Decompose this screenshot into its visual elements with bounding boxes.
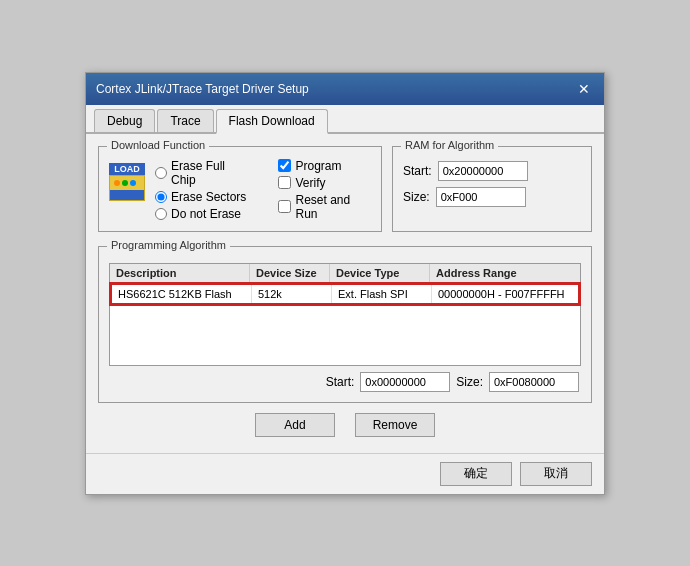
load-icon-wrapper: LOAD xyxy=(109,163,145,201)
download-function-content: LOAD Erase Ful xyxy=(109,155,371,221)
prog-start-label: Start: xyxy=(326,375,355,389)
dialog-title: Cortex JLink/JTrace Target Driver Setup xyxy=(96,82,309,96)
col-description: Description xyxy=(110,264,250,282)
do-not-erase-input[interactable] xyxy=(155,208,167,220)
dialog-footer: 确定 取消 xyxy=(86,453,604,494)
ok-button[interactable]: 确定 xyxy=(440,462,512,486)
add-remove-buttons: Add Remove xyxy=(98,413,592,437)
do-not-erase-radio[interactable]: Do not Erase xyxy=(155,207,248,221)
algorithm-table: Description Device Size Device Type Addr… xyxy=(109,263,581,366)
ram-size-input[interactable] xyxy=(436,187,526,207)
col-device-size: Device Size xyxy=(250,264,330,282)
do-not-erase-label: Do not Erase xyxy=(171,207,241,221)
tab-debug[interactable]: Debug xyxy=(94,109,155,132)
table-row[interactable]: HS6621C 512KB Flash 512k Ext. Flash SPI … xyxy=(110,283,580,305)
row-address-range: 00000000H - F007FFFFH xyxy=(432,285,578,303)
erase-full-chip-input[interactable] xyxy=(155,167,167,179)
reset-run-checkbox-item[interactable]: Reset and Run xyxy=(278,193,371,221)
close-button[interactable]: ✕ xyxy=(574,79,594,99)
ram-for-algorithm-group: RAM for Algorithm Start: Size: xyxy=(392,146,592,232)
erase-full-chip-label: Erase Full Chip xyxy=(171,159,248,187)
programming-algorithm-title: Programming Algorithm xyxy=(107,239,230,251)
ram-algorithm-title: RAM for Algorithm xyxy=(401,139,498,151)
reset-run-label: Reset and Run xyxy=(295,193,371,221)
reset-run-checkbox[interactable] xyxy=(278,200,291,213)
verify-label: Verify xyxy=(295,176,325,190)
program-checkbox[interactable] xyxy=(278,159,291,172)
erase-sectors-input[interactable] xyxy=(155,191,167,203)
ram-start-input[interactable] xyxy=(438,161,528,181)
ram-start-label: Start: xyxy=(403,164,432,178)
remove-button[interactable]: Remove xyxy=(355,413,435,437)
download-function-title: Download Function xyxy=(107,139,209,151)
program-label: Program xyxy=(295,159,341,173)
col-device-type: Device Type xyxy=(330,264,430,282)
options-checkbox-group: Program Verify Reset and Run xyxy=(278,159,371,221)
load-label: LOAD xyxy=(109,163,145,175)
erase-radio-group: Erase Full Chip Erase Sectors Do not Era… xyxy=(155,159,248,221)
erase-full-chip-radio[interactable]: Erase Full Chip xyxy=(155,159,248,187)
col-address-range: Address Range xyxy=(430,264,580,282)
download-function-group: Download Function LOAD xyxy=(98,146,382,232)
programming-algorithm-group: Programming Algorithm Description Device… xyxy=(98,246,592,403)
load-icon xyxy=(109,175,145,201)
table-header: Description Device Size Device Type Addr… xyxy=(110,264,580,283)
tab-flash-download[interactable]: Flash Download xyxy=(216,109,328,134)
row-description: HS6621C 512KB Flash xyxy=(112,285,252,303)
verify-checkbox[interactable] xyxy=(278,176,291,189)
ram-start-row: Start: xyxy=(403,161,581,181)
row-device-size: 512k xyxy=(252,285,332,303)
tab-bar: Debug Trace Flash Download xyxy=(86,105,604,134)
verify-checkbox-item[interactable]: Verify xyxy=(278,176,371,190)
erase-sectors-radio[interactable]: Erase Sectors xyxy=(155,190,248,204)
dialog-body: Download Function LOAD xyxy=(86,134,604,453)
add-button[interactable]: Add xyxy=(255,413,335,437)
prog-size-label: Size: xyxy=(456,375,483,389)
ram-group-content: Start: Size: xyxy=(403,155,581,207)
prog-start-input[interactable] xyxy=(360,372,450,392)
title-bar: Cortex JLink/JTrace Target Driver Setup … xyxy=(86,73,604,105)
dialog-window: Cortex JLink/JTrace Target Driver Setup … xyxy=(85,72,605,495)
ram-size-row: Size: xyxy=(403,187,581,207)
tab-trace[interactable]: Trace xyxy=(157,109,213,132)
erase-sectors-label: Erase Sectors xyxy=(171,190,246,204)
top-groups: Download Function LOAD xyxy=(98,146,592,242)
table-empty-area xyxy=(110,305,580,365)
cancel-button[interactable]: 取消 xyxy=(520,462,592,486)
row-device-type: Ext. Flash SPI xyxy=(332,285,432,303)
prog-start-size-row: Start: Size: xyxy=(109,372,581,392)
ram-size-label: Size: xyxy=(403,190,430,204)
program-checkbox-item[interactable]: Program xyxy=(278,159,371,173)
prog-size-input[interactable] xyxy=(489,372,579,392)
